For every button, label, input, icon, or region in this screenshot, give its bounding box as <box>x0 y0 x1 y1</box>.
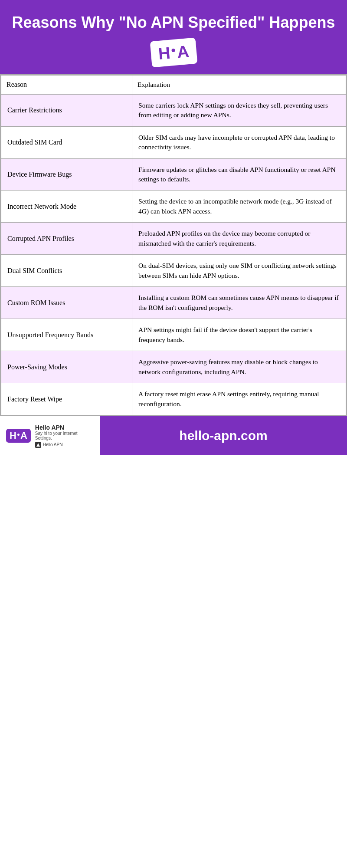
table-cell-reason: Incorrect Network Mode <box>1 191 132 223</box>
footer-logo-box: H A <box>6 429 31 443</box>
footer-brand-name: Hello APN <box>35 424 94 431</box>
footer-text-block: Hello APN Say hi to your Internet Settin… <box>35 424 94 448</box>
table-cell-reason: Unsupported Frequency Bands <box>1 319 132 351</box>
column-header-explanation: Explanation <box>132 76 346 94</box>
table-cell-reason: Power-Saving Modes <box>1 351 132 383</box>
footer-right-panel: hello-apn.com <box>100 428 347 443</box>
table-cell-explanation: Preloaded APN profiles on the device may… <box>132 223 346 255</box>
reasons-table: Reason Explanation Carrier RestrictionsS… <box>1 75 346 415</box>
table-cell-explanation: APN settings might fail if the device do… <box>132 319 346 351</box>
table-cell-explanation: Older SIM cards may have incomplete or c… <box>132 126 346 158</box>
table-cell-reason: Factory Reset Wipe <box>1 383 132 415</box>
page-header: Reasons Why "No APN Specified" Happens H… <box>0 0 347 74</box>
table-row: Power-Saving ModesAggressive power-savin… <box>1 351 346 383</box>
footer-left-panel: H A Hello APN Say hi to your Internet Se… <box>0 416 100 455</box>
table-row: Custom ROM IssuesInstalling a custom ROM… <box>1 287 346 319</box>
page-footer: H A Hello APN Say hi to your Internet Se… <box>0 416 347 455</box>
table-header-row: Reason Explanation <box>1 76 346 94</box>
table-row: Outdated SIM CardOlder SIM cards may hav… <box>1 126 346 158</box>
table-cell-explanation: A factory reset might erase APN settings… <box>132 383 346 415</box>
main-table-wrapper: Reason Explanation Carrier RestrictionsS… <box>0 74 347 416</box>
table-cell-explanation: Setting the device to an incompatible ne… <box>132 191 346 223</box>
footer-logo-h: H <box>10 431 16 441</box>
table-cell-reason: Outdated SIM Card <box>1 126 132 158</box>
table-cell-explanation: Firmware updates or glitches can disable… <box>132 158 346 191</box>
footer-app-store-text: Hello APN <box>43 442 63 447</box>
table-cell-explanation: Installing a custom ROM can sometimes ca… <box>132 287 346 319</box>
logo-a-letter: A <box>176 43 190 60</box>
logo-box: H A <box>150 38 197 68</box>
table-cell-explanation: Some carriers lock APN settings on devic… <box>132 94 346 126</box>
header-logo: H A <box>9 39 338 66</box>
page-title: Reasons Why "No APN Specified" Happens <box>9 13 338 32</box>
app-store-icon <box>35 442 41 448</box>
column-header-reason: Reason <box>1 76 132 94</box>
table-cell-reason: Carrier Restrictions <box>1 94 132 126</box>
table-cell-reason: Corrupted APN Profiles <box>1 223 132 255</box>
table-row: Corrupted APN ProfilesPreloaded APN prof… <box>1 223 346 255</box>
table-row: Incorrect Network ModeSetting the device… <box>1 191 346 223</box>
logo-dot <box>171 49 175 53</box>
footer-logo-dot <box>17 434 20 436</box>
table-row: Dual SIM ConflictsOn dual-SIM devices, u… <box>1 255 346 287</box>
footer-logo-a: A <box>20 431 27 441</box>
footer-app-store: Hello APN <box>35 442 94 448</box>
table-row: Device Firmware BugsFirmware updates or … <box>1 158 346 191</box>
footer-tagline: Say hi to your Internet Settings. <box>35 431 94 441</box>
logo-h-letter: H <box>157 45 171 62</box>
table-row: Carrier RestrictionsSome carriers lock A… <box>1 94 346 126</box>
table-row: Unsupported Frequency BandsAPN settings … <box>1 319 346 351</box>
footer-url: hello-apn.com <box>179 428 267 443</box>
table-cell-reason: Device Firmware Bugs <box>1 158 132 191</box>
table-cell-reason: Dual SIM Conflicts <box>1 255 132 287</box>
table-cell-explanation: Aggressive power-saving features may dis… <box>132 351 346 383</box>
table-cell-explanation: On dual-SIM devices, using only one SIM … <box>132 255 346 287</box>
table-cell-reason: Custom ROM Issues <box>1 287 132 319</box>
table-row: Factory Reset WipeA factory reset might … <box>1 383 346 415</box>
